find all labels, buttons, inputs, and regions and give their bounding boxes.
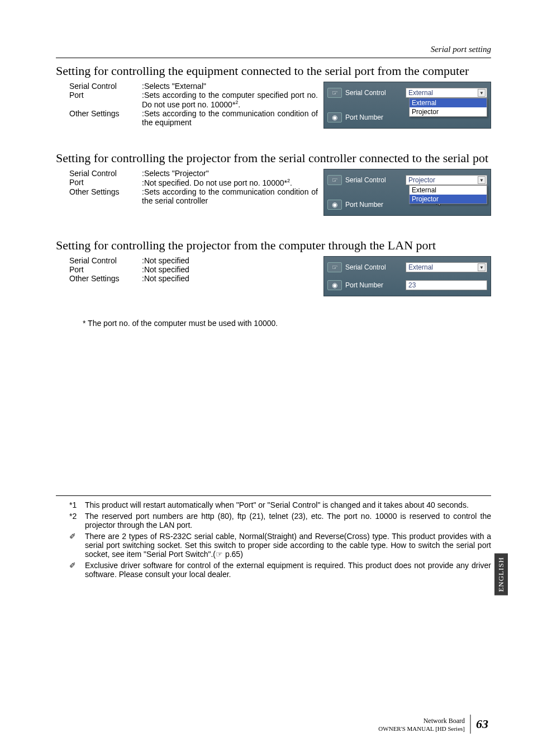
s1-row0-val: :Selects "External": [142, 82, 323, 91]
s1-row2-label: Other Settings: [69, 109, 142, 118]
fn2-marker: *2: [69, 512, 85, 530]
section1-content: Serial Control:Selects "External" Port:S…: [69, 82, 491, 129]
footer-line1: Network Board: [378, 717, 465, 725]
section2-ui-panel: ☞Serial Control Projector▼ External Proj…: [323, 169, 491, 216]
s2-row1-label: Port: [69, 178, 142, 187]
fn2-text: The reserved port numbers are http (80),…: [85, 512, 491, 530]
s3-row2-val: :Not specified: [142, 274, 323, 283]
port-number-label: ◉Port Number: [327, 200, 406, 210]
section2-title: Setting for controlling the projector fr…: [56, 151, 491, 166]
section3-ui-panel: ☞Serial Control External▼ ◉Port Number 2…: [323, 256, 491, 296]
s2-row2-label: Other Settings: [69, 187, 142, 196]
s3-row2-label: Other Settings: [69, 274, 142, 283]
header-rule: [56, 58, 491, 58]
fn4-text: Exclusive driver software for control of…: [85, 561, 491, 579]
chevron-down-icon[interactable]: ▼: [478, 176, 486, 184]
footer-line2: OWNER'S MANUAL [HD Series]: [378, 725, 465, 732]
serial-control-label: ☞Serial Control: [327, 88, 406, 98]
chevron-down-icon[interactable]: ▼: [478, 89, 486, 97]
serial-control-dropdown[interactable]: External Projector: [409, 98, 487, 117]
globe-icon: ◉: [327, 280, 342, 290]
s2-row0-val: :Selects "Projector": [142, 169, 323, 178]
fn3-text: There are 2 types of RS-232C serial cabl…: [85, 532, 491, 559]
port-number-input[interactable]: 23: [406, 280, 487, 290]
s1-row1-val: :Sets according to the computer specifie…: [142, 91, 323, 109]
header-section-name: Serial port setting: [56, 45, 491, 54]
section3-content: Serial Control:Not specified Port:Not sp…: [69, 256, 491, 296]
s1-row1-label: Port: [69, 91, 142, 100]
globe-icon: ◉: [327, 112, 342, 122]
globe-icon: ◉: [327, 200, 342, 210]
hand-icon: ☞: [327, 175, 342, 185]
fn4-marker: ✐: [69, 561, 85, 579]
hand-icon: ☞: [327, 88, 342, 98]
port-number-label: ◉Port Number: [327, 280, 406, 290]
dropdown-option-external[interactable]: External: [410, 186, 487, 195]
section1-ui-panel: ☞Serial Control External▼ External Proje…: [323, 82, 491, 129]
s1-row2-val: :Sets according to the communication con…: [142, 109, 323, 127]
fn1-marker: *1: [69, 500, 85, 509]
language-tab: ENGLISH: [494, 554, 508, 596]
chevron-down-icon[interactable]: ▼: [478, 263, 486, 271]
footnote-single: * The port no. of the computer must be u…: [83, 319, 491, 328]
s3-row0-label: Serial Control: [69, 256, 142, 265]
dropdown-option-projector[interactable]: Projector: [410, 107, 487, 116]
section2-content: Serial Control:Selects "Projector" Port:…: [69, 169, 491, 216]
s3-row1-label: Port: [69, 265, 142, 274]
page-number: 63: [476, 717, 488, 731]
serial-control-label: ☞Serial Control: [327, 175, 406, 185]
s1-row0-label: Serial Control: [69, 82, 142, 91]
section3-title: Setting for controlling the projector fr…: [56, 238, 491, 253]
s2-row1-val: :Not specified. Do not use port no. 1000…: [142, 178, 323, 187]
s2-row2-val: :Sets according to the communication con…: [142, 187, 323, 205]
fn3-marker: ✐: [69, 532, 85, 559]
port-number-label: ◉Port Number: [327, 112, 406, 122]
serial-control-select[interactable]: External▼: [406, 88, 487, 98]
footnote-rule: [56, 495, 491, 496]
s3-row1-val: :Not specified: [142, 265, 323, 274]
fn1-text: This product will restart automatically …: [85, 500, 491, 509]
serial-control-label: ☞Serial Control: [327, 262, 406, 272]
s2-row0-label: Serial Control: [69, 169, 142, 178]
dropdown-option-projector[interactable]: Projector: [410, 195, 487, 204]
serial-control-dropdown[interactable]: External Projector: [409, 185, 487, 204]
serial-control-select[interactable]: Projector▼: [406, 175, 487, 185]
section1-title: Setting for controlling the equipment co…: [56, 64, 491, 78]
page-footer: Network Board OWNER'S MANUAL [HD Series]…: [378, 715, 488, 734]
hand-icon: ☞: [327, 262, 342, 272]
dropdown-option-external[interactable]: External: [410, 98, 487, 107]
s3-row0-val: :Not specified: [142, 256, 323, 265]
serial-control-select[interactable]: External▼: [406, 262, 487, 272]
